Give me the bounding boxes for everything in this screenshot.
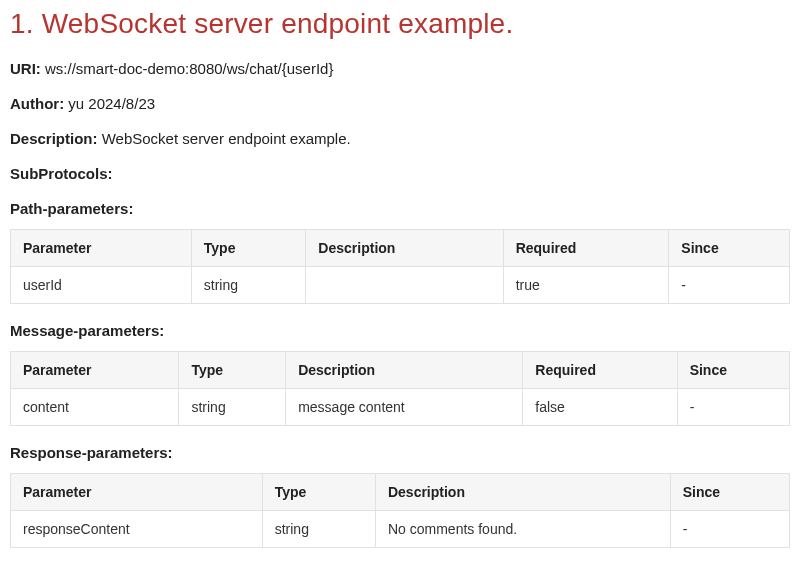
col-type: Type bbox=[179, 352, 286, 389]
col-description: Description bbox=[375, 474, 670, 511]
col-required: Required bbox=[503, 230, 669, 267]
cell-description: No comments found. bbox=[375, 511, 670, 548]
response-parameters-table: Parameter Type Description Since respons… bbox=[10, 473, 790, 548]
message-parameters-label: Message-parameters: bbox=[10, 322, 790, 339]
cell-description: message content bbox=[286, 389, 523, 426]
cell-type: string bbox=[262, 511, 375, 548]
message-parameters-table: Parameter Type Description Required Sinc… bbox=[10, 351, 790, 426]
col-type: Type bbox=[262, 474, 375, 511]
col-parameter: Parameter bbox=[11, 230, 192, 267]
cell-required: true bbox=[503, 267, 669, 304]
author-field: Author: yu 2024/8/23 bbox=[10, 95, 790, 112]
cell-parameter: content bbox=[11, 389, 179, 426]
col-type: Type bbox=[191, 230, 306, 267]
table-row: content string message content false - bbox=[11, 389, 790, 426]
cell-parameter: userId bbox=[11, 267, 192, 304]
author-value: yu 2024/8/23 bbox=[68, 95, 155, 112]
page-title: 1. WebSocket server endpoint example. bbox=[10, 8, 790, 40]
cell-description bbox=[306, 267, 503, 304]
col-description: Description bbox=[286, 352, 523, 389]
response-parameters-label: Response-parameters: bbox=[10, 444, 790, 461]
author-label: Author: bbox=[10, 95, 64, 112]
subprotocols-label: SubProtocols: bbox=[10, 165, 790, 182]
cell-type: string bbox=[191, 267, 306, 304]
path-parameters-table: Parameter Type Description Required Sinc… bbox=[10, 229, 790, 304]
table-row: responseContent string No comments found… bbox=[11, 511, 790, 548]
table-header-row: Parameter Type Description Required Sinc… bbox=[11, 352, 790, 389]
cell-since: - bbox=[670, 511, 789, 548]
table-row: userId string true - bbox=[11, 267, 790, 304]
description-value: WebSocket server endpoint example. bbox=[102, 130, 351, 147]
cell-required: false bbox=[523, 389, 677, 426]
col-required: Required bbox=[523, 352, 677, 389]
col-since: Since bbox=[670, 474, 789, 511]
description-field: Description: WebSocket server endpoint e… bbox=[10, 130, 790, 147]
cell-type: string bbox=[179, 389, 286, 426]
col-parameter: Parameter bbox=[11, 352, 179, 389]
table-header-row: Parameter Type Description Since bbox=[11, 474, 790, 511]
uri-label: URI: bbox=[10, 60, 41, 77]
cell-since: - bbox=[669, 267, 790, 304]
description-label: Description: bbox=[10, 130, 98, 147]
uri-value: ws://smart-doc-demo:8080/ws/chat/{userId… bbox=[45, 60, 333, 77]
cell-since: - bbox=[677, 389, 789, 426]
table-header-row: Parameter Type Description Required Sinc… bbox=[11, 230, 790, 267]
col-description: Description bbox=[306, 230, 503, 267]
path-parameters-label: Path-parameters: bbox=[10, 200, 790, 217]
col-since: Since bbox=[669, 230, 790, 267]
uri-field: URI: ws://smart-doc-demo:8080/ws/chat/{u… bbox=[10, 60, 790, 77]
col-parameter: Parameter bbox=[11, 474, 263, 511]
cell-parameter: responseContent bbox=[11, 511, 263, 548]
col-since: Since bbox=[677, 352, 789, 389]
